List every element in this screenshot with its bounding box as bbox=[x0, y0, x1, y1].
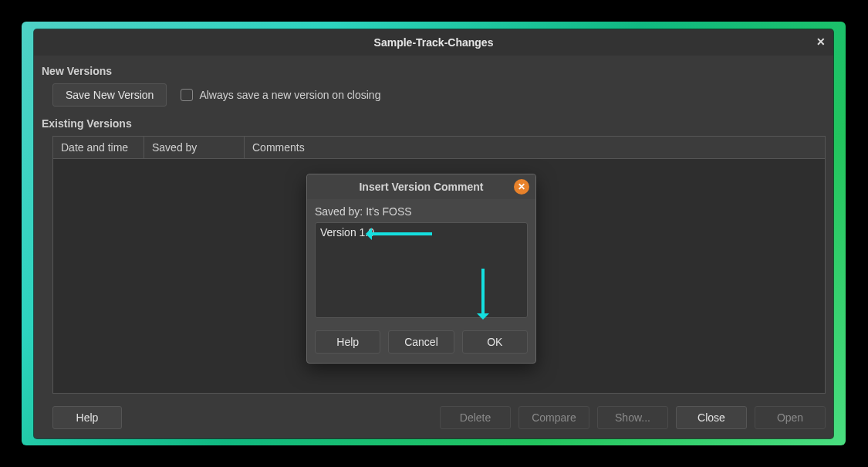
overlay-titlebar: Insert Version Comment ✕ bbox=[307, 174, 535, 199]
show-button[interactable]: Show... bbox=[597, 406, 668, 429]
button-spacer bbox=[130, 406, 432, 429]
close-button[interactable]: Close bbox=[676, 406, 747, 429]
new-versions-label: New Versions bbox=[42, 65, 826, 77]
open-button[interactable]: Open bbox=[755, 406, 826, 429]
existing-versions-label: Existing Versions bbox=[42, 117, 826, 130]
checkbox-box-icon[interactable] bbox=[181, 89, 193, 101]
col-datetime[interactable]: Date and time bbox=[53, 137, 144, 158]
dialog-button-row: Help Delete Compare Show... Close Open bbox=[52, 406, 826, 429]
close-icon[interactable]: ✕ bbox=[514, 179, 529, 195]
table-header: Date and time Saved by Comments bbox=[53, 137, 825, 159]
overlay-body: Saved by: It's FOSS Help Cancel OK bbox=[307, 199, 535, 363]
annotation-arrow-down-icon bbox=[481, 269, 485, 316]
col-savedby[interactable]: Saved by bbox=[144, 137, 245, 158]
col-comments[interactable]: Comments bbox=[245, 137, 825, 158]
version-comment-input[interactable] bbox=[315, 222, 528, 318]
always-save-label: Always save a new version on closing bbox=[199, 89, 380, 101]
always-save-checkbox[interactable]: Always save a new version on closing bbox=[181, 89, 380, 101]
saved-by-label: Saved by: It's FOSS bbox=[315, 205, 528, 218]
cancel-button[interactable]: Cancel bbox=[388, 330, 454, 354]
help-button[interactable]: Help bbox=[52, 406, 122, 429]
insert-comment-dialog: Insert Version Comment ✕ Saved by: It's … bbox=[306, 174, 536, 364]
close-icon[interactable]: ✕ bbox=[816, 36, 826, 48]
compare-button[interactable]: Compare bbox=[518, 406, 589, 429]
new-versions-row: Save New Version Always save a new versi… bbox=[52, 83, 826, 107]
dialog-title: Sample-Track-Changes bbox=[374, 36, 494, 49]
annotation-arrow-left-icon bbox=[369, 232, 432, 235]
overlay-button-row: Help Cancel OK bbox=[315, 330, 528, 354]
ok-button[interactable]: OK bbox=[462, 330, 528, 354]
overlay-help-button[interactable]: Help bbox=[315, 330, 380, 354]
delete-button[interactable]: Delete bbox=[440, 406, 511, 429]
save-new-version-button[interactable]: Save New Version bbox=[52, 83, 167, 107]
overlay-title: Insert Version Comment bbox=[359, 181, 483, 193]
dialog-titlebar: Sample-Track-Changes ✕ bbox=[34, 29, 833, 56]
